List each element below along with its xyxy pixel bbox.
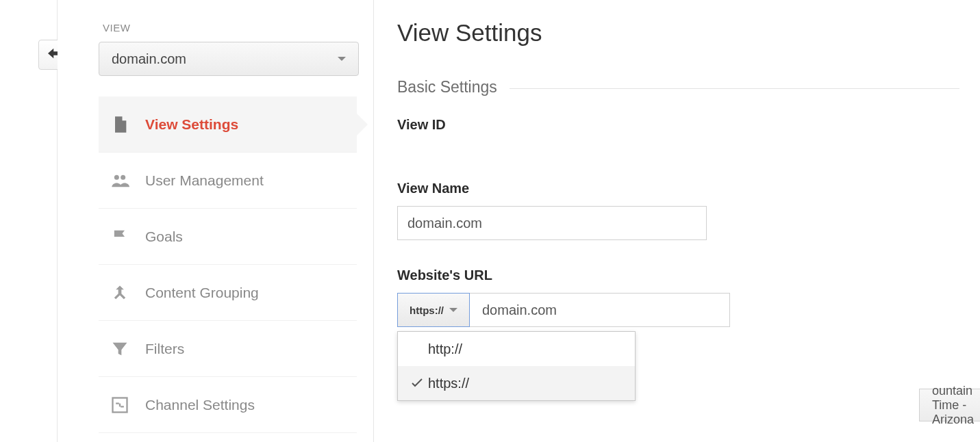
svg-point-1 [121, 174, 125, 179]
view-id-label: View ID [397, 117, 959, 133]
left-gutter [0, 0, 58, 442]
svg-point-0 [114, 174, 119, 179]
sidebar-item-channel-settings[interactable]: Channel Settings [99, 377, 357, 433]
timezone-select[interactable]: ountain Time - Arizona [919, 389, 980, 421]
flag-icon [110, 226, 130, 247]
funnel-icon [110, 339, 130, 359]
channels-icon [110, 395, 130, 415]
sidebar-item-user-management[interactable]: User Management [99, 153, 357, 209]
protocol-selected-value: https:// [410, 304, 444, 316]
users-icon [110, 170, 130, 191]
protocol-select[interactable]: https:// [397, 293, 470, 327]
field-view-name: View Name [397, 181, 959, 240]
sidebar-item-view-settings[interactable]: View Settings [99, 96, 357, 153]
sidebar: VIEW domain.com View Settings User Manag… [58, 0, 374, 442]
protocol-option-https[interactable]: https:// [398, 366, 635, 400]
sidebar-item-label: Filters [145, 341, 184, 357]
sidebar-item-label: Content Grouping [145, 285, 259, 301]
chevron-down-icon [338, 57, 346, 61]
sidebar-item-label: Goals [145, 229, 183, 245]
view-name-input[interactable] [397, 206, 707, 240]
field-website-url: Website's URL https:// http:// https: [397, 268, 959, 327]
section-divider [510, 88, 959, 89]
merge-icon [110, 283, 130, 303]
chevron-down-icon [449, 308, 457, 312]
sidebar-item-goals[interactable]: Goals [99, 209, 357, 265]
timezone-value: ountain Time - Arizona [932, 384, 974, 427]
field-view-id: View ID [397, 117, 959, 133]
protocol-dropdown-menu: http:// https:// [397, 331, 636, 401]
website-url-label: Website's URL [397, 268, 959, 283]
protocol-option-label: http:// [428, 341, 462, 357]
sidebar-item-filters[interactable]: Filters [99, 321, 357, 377]
sidebar-item-content-grouping[interactable]: Content Grouping [99, 265, 357, 321]
section-title: Basic Settings [397, 78, 497, 96]
view-section-label: VIEW [103, 22, 357, 34]
sidebar-item-label: Channel Settings [145, 397, 255, 413]
main-panel: View Settings Basic Settings View ID Vie… [374, 0, 980, 442]
protocol-option-http[interactable]: http:// [398, 332, 635, 366]
check-icon [409, 378, 425, 388]
view-dropdown[interactable]: domain.com [99, 42, 359, 76]
page-title: View Settings [397, 19, 959, 47]
section-header-basic: Basic Settings [397, 78, 959, 96]
view-dropdown-value: domain.com [112, 51, 186, 67]
nav-list: View Settings User Management Goals Cont… [99, 96, 357, 433]
sidebar-item-label: User Management [145, 172, 264, 189]
protocol-option-label: https:// [428, 376, 469, 391]
document-icon [110, 114, 130, 135]
view-name-label: View Name [397, 181, 959, 196]
website-url-input[interactable] [470, 293, 730, 327]
sidebar-item-label: View Settings [145, 116, 238, 133]
